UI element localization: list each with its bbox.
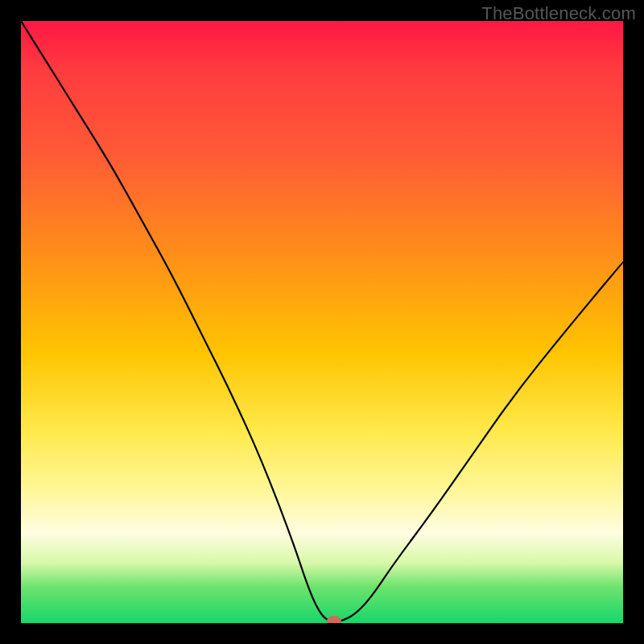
bottleneck-curve [21,21,623,621]
chart-svg [21,21,623,623]
plot-area [21,21,623,623]
optimal-point-marker [327,616,341,623]
watermark-text: TheBottleneck.com [481,3,636,24]
chart-frame: TheBottleneck.com [0,0,644,644]
